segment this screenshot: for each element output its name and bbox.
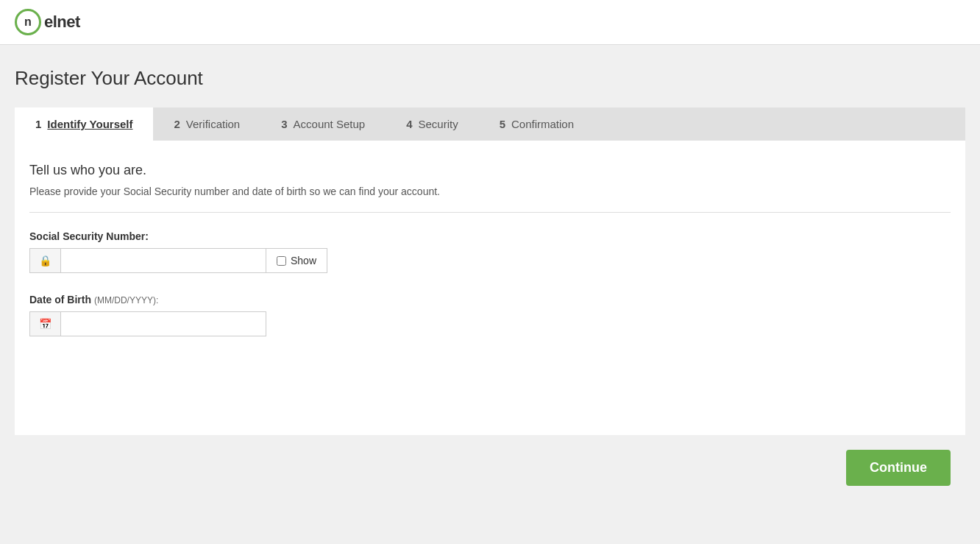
tab-verification-number: 2 xyxy=(174,118,180,130)
dob-field-group: Date of Birth (MM/DD/YYYY): xyxy=(29,294,951,336)
tab-security-label: Security xyxy=(418,118,458,130)
logo-letter: n xyxy=(24,15,32,29)
tab-security[interactable]: 4 Security xyxy=(386,107,479,141)
tab-identify[interactable]: 1 Identify Yourself xyxy=(15,107,153,141)
ssn-label: Social Security Number: xyxy=(29,230,951,242)
dob-input[interactable] xyxy=(60,311,266,336)
tab-identify-number: 1 xyxy=(35,118,41,130)
logo-text: elnet xyxy=(44,13,80,32)
content-title: Tell us who you are. xyxy=(29,163,951,178)
header: n elnet xyxy=(0,0,980,45)
dob-label-main: Date of Birth xyxy=(29,294,91,305)
calendar-icon xyxy=(29,311,60,336)
tab-confirmation[interactable]: 5 Confirmation xyxy=(479,107,594,141)
tab-account-setup-label: Account Setup xyxy=(294,118,366,130)
tabs-container: 1 Identify Yourself 2 Verification 3 Acc… xyxy=(15,107,965,141)
logo: n elnet xyxy=(15,9,80,35)
content-subtitle: Please provide your Social Security numb… xyxy=(29,186,951,197)
ssn-input[interactable] xyxy=(60,248,266,273)
tab-verification-label: Verification xyxy=(186,118,240,130)
tab-confirmation-number: 5 xyxy=(500,118,505,130)
page-container: Register Your Account 1 Identify Yoursel… xyxy=(0,45,980,515)
calendar-symbol xyxy=(39,317,52,331)
tab-account-setup[interactable]: 3 Account Setup xyxy=(260,107,386,141)
lock-icon xyxy=(29,248,60,273)
ssn-input-row: Show xyxy=(29,248,951,273)
tab-identify-label: Identify Yourself xyxy=(47,118,132,130)
tab-verification[interactable]: 2 Verification xyxy=(153,107,260,141)
content-area: Tell us who you are. Please provide your… xyxy=(15,141,965,435)
logo-icon: n xyxy=(15,9,41,35)
show-checkbox-label[interactable]: Show xyxy=(266,248,327,273)
button-row: Continue xyxy=(15,435,965,493)
dob-label-secondary: (MM/DD/YYYY): xyxy=(94,295,158,305)
divider xyxy=(29,212,951,213)
dob-label: Date of Birth (MM/DD/YYYY): xyxy=(29,294,951,305)
page-title: Register Your Account xyxy=(15,67,965,90)
show-label-text: Show xyxy=(291,255,316,266)
continue-button[interactable]: Continue xyxy=(846,450,951,486)
tab-account-setup-number: 3 xyxy=(281,118,287,130)
lock-symbol xyxy=(39,254,52,267)
tab-confirmation-label: Confirmation xyxy=(511,118,574,130)
tab-security-number: 4 xyxy=(406,118,412,130)
dob-input-row xyxy=(29,311,951,336)
ssn-field-group: Social Security Number: Show xyxy=(29,230,951,273)
show-checkbox[interactable] xyxy=(277,256,286,266)
